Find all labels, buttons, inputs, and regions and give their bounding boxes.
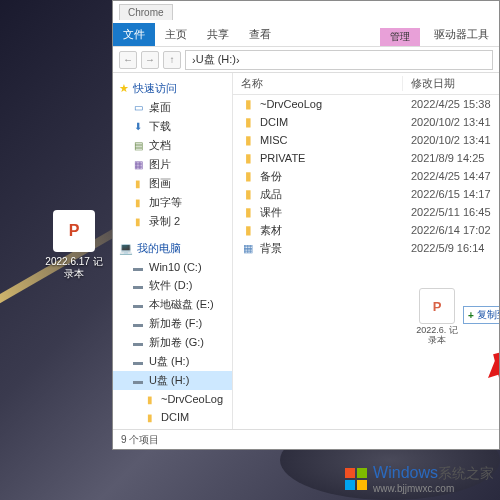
- breadcrumb[interactable]: › U盘 (H:) ›: [185, 50, 493, 70]
- file-row[interactable]: ▮PRIVATE2021/8/9 14:25: [233, 149, 499, 167]
- file-name: ~DrvCeoLog: [260, 98, 322, 110]
- file-row[interactable]: ▮MISC2020/10/2 13:41: [233, 131, 499, 149]
- nav-up-button[interactable]: ↑: [163, 51, 181, 69]
- drive-icon: ▬: [131, 298, 145, 312]
- file-row[interactable]: ▮素材2022/6/14 17:02: [233, 221, 499, 239]
- folder-icon: ▮: [143, 410, 157, 424]
- column-date[interactable]: 修改日期: [403, 76, 499, 91]
- pc-icon: 💻: [119, 242, 133, 255]
- ribbon-file-tab[interactable]: 文件: [113, 23, 155, 46]
- titlebar[interactable]: Chrome: [113, 1, 499, 23]
- sidebar-subfolder[interactable]: ▮DCIM: [113, 408, 232, 426]
- file-date: 2022/5/11 16:45: [403, 206, 499, 218]
- plus-icon: +: [468, 310, 474, 321]
- file-date: 2022/4/25 14:47: [403, 170, 499, 182]
- folder-icon: ▮: [241, 151, 255, 165]
- sidebar-drive-item[interactable]: ▬本地磁盘 (E:): [113, 295, 232, 314]
- sidebar-item-label: 桌面: [149, 100, 171, 115]
- column-name[interactable]: 名称: [233, 76, 403, 91]
- sidebar-item[interactable]: ▮图画: [113, 174, 232, 193]
- sidebar-item[interactable]: ▮录制 2: [113, 212, 232, 231]
- sidebar-item[interactable]: ▭桌面: [113, 98, 232, 117]
- status-item-count: 9 个项目: [121, 433, 159, 447]
- sidebar-item-label: 图画: [149, 176, 171, 191]
- sidebar-item[interactable]: ▤文档: [113, 136, 232, 155]
- file-row[interactable]: ▮成品2022/6/15 14:17: [233, 185, 499, 203]
- file-row[interactable]: ▮DCIM2020/10/2 13:41: [233, 113, 499, 131]
- breadcrumb-sep: ›: [236, 54, 240, 66]
- sidebar-item[interactable]: ▮加字等: [113, 193, 232, 212]
- ribbon-tab-home[interactable]: 主页: [155, 23, 197, 46]
- sidebar-item-label: 软件 (D:): [149, 278, 192, 293]
- file-row[interactable]: ▦背景2022/5/9 16:14: [233, 239, 499, 257]
- file-name: 成品: [260, 187, 282, 202]
- navigation-pane[interactable]: ★ 快速访问 ▭桌面⬇下载▤文档▦图片▮图画▮加字等▮录制 2 💻 我的电脑 ▬…: [113, 73, 233, 429]
- status-bar: 9 个项目: [113, 429, 499, 449]
- file-date: 2022/4/25 15:38: [403, 98, 499, 110]
- sidebar-this-pc[interactable]: 💻 我的电脑: [113, 239, 232, 258]
- sidebar-subfolder[interactable]: ▮~DrvCeoLog: [113, 390, 232, 408]
- file-date: 2020/10/2 13:41: [403, 134, 499, 146]
- file-list[interactable]: ▮~DrvCeoLog2022/4/25 15:38▮DCIM2020/10/2…: [233, 95, 499, 429]
- img-icon: ▦: [131, 158, 145, 172]
- sidebar-item-label: U盘 (H:): [149, 373, 189, 388]
- drive-icon: ▬: [131, 355, 145, 369]
- ribbon-tab-share[interactable]: 共享: [197, 23, 239, 46]
- nav-back-button[interactable]: ←: [119, 51, 137, 69]
- drop-tooltip-text: 复制到 U盘 (H:): [477, 308, 499, 322]
- file-name: 素材: [260, 223, 282, 238]
- sidebar-item-label: 本地磁盘 (E:): [149, 297, 214, 312]
- sidebar-drive-item[interactable]: ▬U盘 (H:): [113, 352, 232, 371]
- file-row[interactable]: ▮~DrvCeoLog2022/4/25 15:38: [233, 95, 499, 113]
- desktop-file-icon[interactable]: P 2022.6.17 记录本: [44, 210, 104, 280]
- file-row[interactable]: ▮备份2022/4/25 14:47: [233, 167, 499, 185]
- file-name: 备份: [260, 169, 282, 184]
- sidebar-drive-item[interactable]: ▬新加卷 (G:): [113, 333, 232, 352]
- desktop-icon: ▭: [131, 101, 145, 115]
- sidebar-drive-item[interactable]: ▬软件 (D:): [113, 276, 232, 295]
- folder-icon: ▮: [241, 187, 255, 201]
- file-date: 2021/8/9 14:25: [403, 152, 499, 164]
- sidebar-item-label: ~DrvCeoLog: [161, 393, 223, 405]
- sidebar-drive-item[interactable]: ▬U盘 (H:): [113, 371, 232, 390]
- powerpoint-icon: P: [53, 210, 95, 252]
- sidebar-item[interactable]: ▦图片: [113, 155, 232, 174]
- nav-forward-button[interactable]: →: [141, 51, 159, 69]
- folder-icon: ▮: [241, 205, 255, 219]
- file-date: 2022/5/9 16:14: [403, 242, 499, 254]
- drive-icon: ▬: [131, 279, 145, 293]
- sidebar-drive-item[interactable]: ▬新加卷 (F:): [113, 314, 232, 333]
- sidebar-item[interactable]: ⬇下载: [113, 117, 232, 136]
- folder-icon: ▮: [131, 177, 145, 191]
- file-list-pane: 名称 修改日期 ▮~DrvCeoLog2022/4/25 15:38▮DCIM2…: [233, 73, 499, 429]
- file-row[interactable]: ▮课件2022/5/11 16:45: [233, 203, 499, 221]
- drive-icon: ▬: [131, 317, 145, 331]
- drive-icon: ▬: [131, 336, 145, 350]
- sidebar-item-label: U盘 (H:): [149, 354, 189, 369]
- ribbon-tab-view[interactable]: 查看: [239, 23, 281, 46]
- ribbon-contextual-group: 管理: [380, 28, 420, 46]
- sidebar-item-label: 文档: [149, 138, 171, 153]
- doc-icon: ▤: [131, 139, 145, 153]
- file-name: 课件: [260, 205, 282, 220]
- title-tab: Chrome: [119, 4, 173, 20]
- sidebar-item-label: 加字等: [149, 195, 182, 210]
- breadcrumb-current[interactable]: U盘 (H:): [196, 52, 236, 67]
- sidebar-item-label: 图片: [149, 157, 171, 172]
- drop-tooltip: + 复制到 U盘 (H:): [463, 306, 499, 324]
- column-headers[interactable]: 名称 修改日期: [233, 73, 499, 95]
- sidebar-item-label: 下载: [149, 119, 171, 134]
- folder-icon: ▮: [241, 223, 255, 237]
- ribbon-drive-tools-tab[interactable]: 驱动器工具: [424, 23, 499, 46]
- ribbon: 文件 主页 共享 查看 管理 驱动器工具: [113, 23, 499, 47]
- sidebar-item-label: 录制 2: [149, 214, 180, 229]
- sidebar-drive-item[interactable]: ▬Win10 (C:): [113, 258, 232, 276]
- file-name: MISC: [260, 134, 288, 146]
- star-icon: ★: [119, 82, 129, 95]
- folder-icon: ▮: [241, 133, 255, 147]
- sidebar-item-label: 新加卷 (G:): [149, 335, 204, 350]
- sidebar-quick-access[interactable]: ★ 快速访问: [113, 79, 232, 98]
- folder-icon: ▮: [131, 196, 145, 210]
- img-icon: ▦: [241, 241, 255, 255]
- dl-icon: ⬇: [131, 120, 145, 134]
